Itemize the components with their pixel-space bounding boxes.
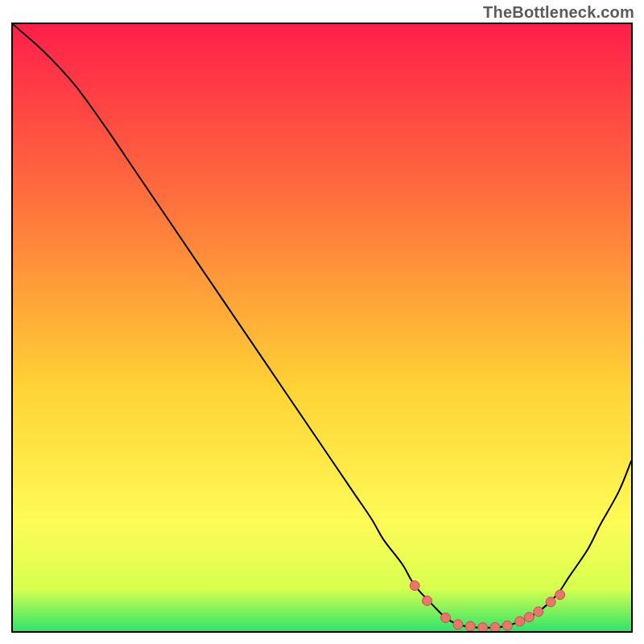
marker-dot [453, 620, 463, 630]
marker-dot [478, 622, 488, 631]
chart-frame: TheBottleneck.com [0, 0, 644, 644]
chart-svg [13, 24, 631, 631]
watermark-text: TheBottleneck.com [483, 3, 634, 22]
marker-dot [441, 613, 451, 622]
plot-area [11, 23, 633, 633]
marker-dot [546, 597, 555, 607]
marker-dot [410, 580, 419, 590]
marker-dot [465, 621, 475, 631]
marker-dot [534, 607, 543, 617]
gradient-background [13, 24, 631, 631]
marker-dot [502, 621, 512, 630]
marker-dot [555, 590, 565, 600]
marker-dot [490, 622, 500, 631]
marker-dot [515, 617, 525, 626]
marker-dot [423, 596, 432, 605]
marker-dot [524, 613, 534, 622]
